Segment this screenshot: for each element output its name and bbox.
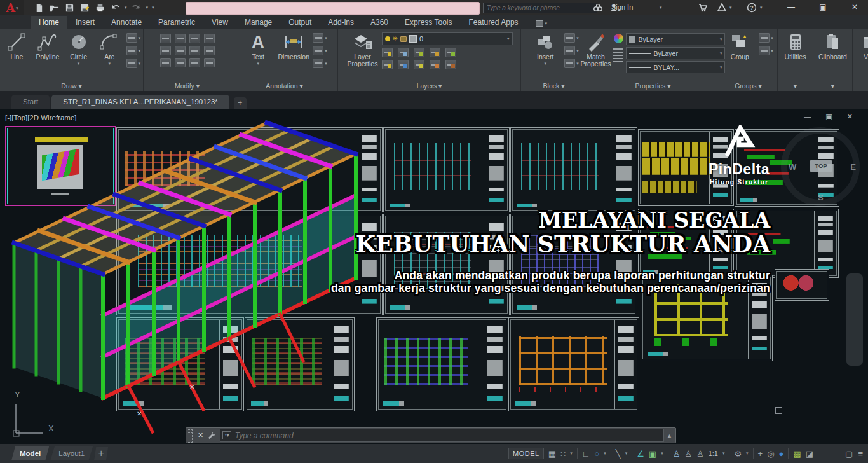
chevron-down-icon[interactable]: ▾ bbox=[722, 451, 725, 456]
command-close-icon[interactable]: ✕ bbox=[194, 431, 207, 439]
match-properties-button[interactable]: Match Properties bbox=[581, 31, 611, 67]
object-color-dropdown[interactable]: ByLayer▾ bbox=[626, 33, 725, 45]
chevron-down-icon[interactable]: ▾ bbox=[570, 451, 573, 456]
modify-tool-icon[interactable] bbox=[175, 34, 186, 43]
ribbon-tab-add-ins[interactable]: Add-ins bbox=[320, 16, 362, 29]
command-history-icon[interactable]: ▲ bbox=[667, 432, 675, 439]
snap-mode-icon[interactable]: ∷ bbox=[560, 450, 566, 458]
viewcube-south[interactable]: S bbox=[818, 193, 824, 202]
panel-label-block[interactable]: Block ▾ bbox=[521, 81, 587, 91]
ribbon-tab-output[interactable]: Output bbox=[280, 16, 320, 29]
new-layout-button[interactable]: + bbox=[94, 447, 108, 460]
annotation-scale-value[interactable]: 1:1 bbox=[709, 450, 718, 457]
chevron-down-icon[interactable]: ▾ bbox=[325, 36, 327, 41]
chevron-down-icon[interactable]: ▾ bbox=[325, 48, 327, 53]
draw-tool-icon[interactable] bbox=[126, 59, 137, 68]
lineweight-icon[interactable] bbox=[613, 46, 623, 53]
insert-button[interactable]: Insert▾ bbox=[529, 31, 562, 66]
panel-label-utilities[interactable]: ▾ bbox=[778, 81, 813, 91]
panel-label-clipboard[interactable]: ▾ bbox=[813, 81, 852, 91]
layer-tool-icon[interactable] bbox=[445, 48, 456, 57]
block-tool-icon[interactable] bbox=[564, 33, 575, 43]
layer-tool-icon[interactable] bbox=[382, 60, 393, 69]
file-tab-start[interactable]: Start bbox=[11, 95, 50, 109]
modify-tool-icon[interactable] bbox=[175, 58, 186, 67]
viewcube-east[interactable]: E bbox=[850, 162, 856, 172]
cart-icon[interactable] bbox=[698, 3, 709, 13]
panel-label-properties[interactable]: Properties ▾ bbox=[587, 81, 719, 91]
redo-dropdown-icon[interactable]: ▾ bbox=[146, 5, 149, 10]
color-wheel-icon[interactable] bbox=[614, 34, 623, 43]
annotation-visibility-icon[interactable]: ♙ bbox=[673, 450, 681, 458]
grid-display-icon[interactable]: ▦ bbox=[548, 450, 556, 458]
groups-tool-icon[interactable] bbox=[759, 33, 770, 43]
chevron-down-icon[interactable]: ▾ bbox=[139, 36, 141, 41]
view-button[interactable]: View bbox=[855, 31, 868, 60]
lineweight-dropdown[interactable]: ByLayer▾ bbox=[626, 47, 725, 59]
ribbon-tab-parametric[interactable]: Parametric bbox=[150, 16, 203, 29]
viewport-controls[interactable]: [-][Top][2D Wireframe] bbox=[5, 114, 76, 121]
dimension-button[interactable]: Dimension bbox=[277, 31, 310, 60]
command-grip-handle[interactable] bbox=[187, 428, 194, 443]
drawing-canvas[interactable]: ✕✕ W E S TOP PinDelta Hitung Struktur ME… bbox=[0, 109, 868, 444]
restore-button[interactable]: ▣ bbox=[812, 0, 834, 15]
chevron-down-icon[interactable]: ▾ bbox=[325, 61, 327, 66]
panel-label-layers[interactable]: Layers ▾ bbox=[338, 81, 520, 91]
modify-tool-icon[interactable] bbox=[189, 34, 200, 43]
arc-button[interactable]: Arc▾ bbox=[95, 31, 124, 66]
annotation-tool-icon[interactable] bbox=[313, 46, 323, 55]
chevron-down-icon[interactable]: ▾ bbox=[604, 451, 606, 456]
chevron-down-icon[interactable]: ▾ bbox=[771, 48, 773, 53]
isolate-objects-icon[interactable]: ◎ bbox=[767, 450, 774, 458]
new-drawing-tab-button[interactable]: + bbox=[234, 97, 247, 109]
group-button[interactable]: Group bbox=[723, 31, 756, 60]
ribbon-tab-featured-apps[interactable]: Featured Apps bbox=[461, 16, 527, 29]
chevron-down-icon[interactable]: ▾ bbox=[661, 451, 663, 456]
save-button[interactable] bbox=[64, 2, 75, 13]
layer-tool-icon[interactable] bbox=[414, 60, 424, 69]
block-tool-icon[interactable] bbox=[564, 46, 575, 55]
layer-properties-button[interactable]: Layer Properties bbox=[346, 31, 379, 67]
ribbon-tab-insert[interactable]: Insert bbox=[67, 16, 103, 29]
search-input[interactable] bbox=[483, 3, 597, 13]
chevron-down-icon[interactable]: ▾ bbox=[139, 61, 141, 66]
undo-dropdown-icon[interactable]: ▾ bbox=[125, 5, 127, 10]
modify-tool-icon[interactable] bbox=[189, 58, 200, 67]
layer-tool-icon[interactable] bbox=[398, 48, 409, 57]
signin-dropdown-icon[interactable]: ▾ bbox=[660, 5, 662, 10]
search-icon[interactable] bbox=[593, 3, 604, 13]
crosshair-plus-icon[interactable]: + bbox=[758, 450, 763, 458]
layer-tool-icon[interactable] bbox=[382, 48, 393, 57]
qat-customize-icon[interactable]: ▾ bbox=[152, 5, 154, 10]
layout-tab-layout1[interactable]: Layout1 bbox=[50, 446, 93, 460]
ribbon-tab-express-tools[interactable]: Express Tools bbox=[397, 16, 460, 29]
chevron-down-icon[interactable]: ▾ bbox=[576, 61, 579, 66]
ribbon-tab-annotate[interactable]: Annotate bbox=[103, 16, 150, 29]
modify-tool-icon[interactable] bbox=[204, 46, 215, 55]
save-as-button[interactable] bbox=[79, 2, 90, 13]
help-icon[interactable]: ? bbox=[747, 3, 757, 13]
object-snap-icon[interactable]: ▣ bbox=[649, 450, 656, 458]
ribbon-tab-a360[interactable]: A360 bbox=[362, 16, 397, 29]
annotation-autoscale-icon[interactable]: ♙ bbox=[684, 450, 692, 458]
modify-tool-icon[interactable] bbox=[175, 46, 186, 55]
viewport-window-buttons[interactable]: — ▣ ✕ bbox=[804, 113, 859, 121]
layer-tool-icon[interactable] bbox=[414, 48, 424, 57]
isometric-drafting-icon[interactable]: ╲ bbox=[616, 450, 621, 458]
ribbon-display-toggle[interactable]: ▾ bbox=[536, 20, 548, 29]
layer-tool-icon[interactable] bbox=[398, 60, 409, 69]
viewcube-west[interactable]: W bbox=[789, 162, 796, 172]
file-tab-drawing[interactable]: STR_R1_DINAS KELA...PERIKANAN_190123* bbox=[51, 95, 229, 109]
open-button[interactable] bbox=[48, 2, 60, 13]
osnap-tracking-icon[interactable]: ∠ bbox=[637, 450, 644, 458]
linetype-dropdown[interactable]: BYLAY...▾ bbox=[626, 61, 725, 73]
modify-tool-icon[interactable] bbox=[204, 34, 215, 43]
modify-tool-icon[interactable] bbox=[204, 58, 215, 67]
minimize-button[interactable]: — bbox=[780, 0, 802, 15]
modify-tool-icon[interactable] bbox=[189, 46, 200, 55]
panel-label-draw[interactable]: Draw ▾ bbox=[0, 81, 143, 91]
layout-tab-model[interactable]: Model bbox=[11, 446, 49, 460]
chevron-down-icon[interactable]: ▾ bbox=[771, 36, 773, 41]
panel-label-groups[interactable]: Groups ▾ bbox=[719, 81, 777, 91]
block-tool-icon[interactable] bbox=[564, 59, 575, 68]
